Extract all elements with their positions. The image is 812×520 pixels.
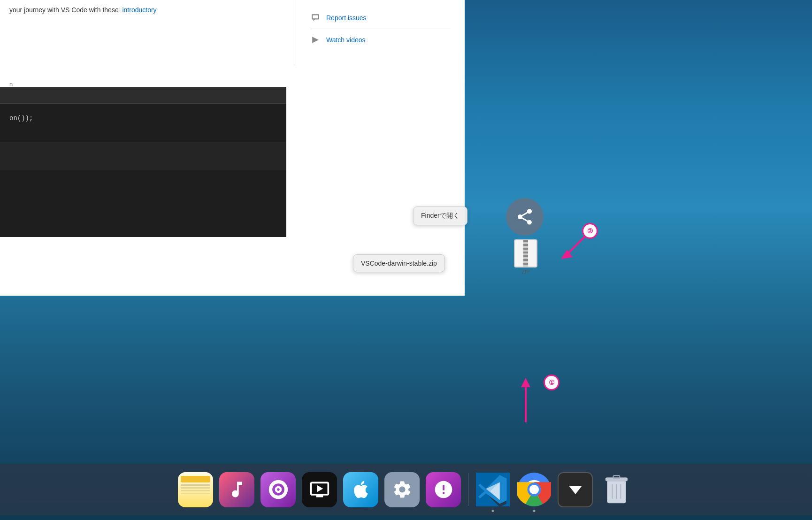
introductory-link[interactable]: introductory [122, 6, 156, 14]
dock-item-feedback[interactable] [425, 471, 462, 508]
finder-tooltip: Finderで開く [413, 206, 467, 225]
play-icon [310, 35, 321, 45]
zip-tooltip-text: VSCode-darwin-stable.zip [361, 260, 437, 267]
svg-marker-10 [569, 486, 582, 494]
svg-point-9 [529, 485, 538, 494]
badge-two: ② [582, 223, 598, 239]
badge-one-text: ① [549, 379, 555, 386]
code-editor[interactable]: on()); [0, 87, 286, 237]
dock-item-sysprefs[interactable] [383, 471, 421, 508]
welcome-panel: your journey with VS Code with these int… [0, 0, 296, 296]
vscode-window: your journey with VS Code with these int… [0, 0, 465, 296]
dock-item-downloads[interactable] [557, 471, 594, 508]
zip-file-visual [514, 239, 537, 268]
code-line-1: on()); [9, 115, 33, 122]
share-button[interactable] [506, 198, 544, 236]
badge-two-text: ② [587, 227, 593, 235]
dock-item-appletv[interactable] [301, 471, 338, 508]
zip-file-icon[interactable]: ZIP [512, 239, 540, 277]
dock-item-music[interactable] [218, 471, 256, 508]
dock-separator [468, 473, 468, 506]
code-content: on()); [0, 104, 286, 133]
watch-videos-item[interactable]: Watch videos [310, 29, 451, 51]
dock-item-appstore[interactable] [342, 471, 380, 508]
dock-item-vscode[interactable] [474, 471, 512, 508]
finder-tooltip-text: Finderで開く [421, 212, 460, 219]
dock-item-podcasts[interactable] [260, 471, 297, 508]
dock-item-notes[interactable] [177, 471, 214, 508]
desktop: your journey with VS Code with these int… [0, 0, 812, 520]
chrome-running-dot [533, 510, 535, 512]
welcome-text-partial: your journey with VS Code with these [9, 6, 119, 14]
zip-label: ZIP [521, 269, 529, 275]
zip-zipper [523, 240, 528, 267]
comment-icon [310, 13, 321, 23]
watch-videos-label: Watch videos [326, 36, 366, 44]
report-issues-label: Report issues [326, 14, 367, 22]
badge-one: ① [544, 375, 559, 390]
vscode-running-dot [491, 510, 494, 512]
dock [0, 464, 812, 515]
welcome-text: your journey with VS Code with these int… [9, 5, 286, 15]
arrow-1 [512, 375, 544, 432]
code-dim-area [0, 142, 286, 170]
svg-marker-1 [521, 378, 530, 387]
report-issues-item[interactable]: Report issues [310, 7, 451, 29]
zip-tooltip: VSCode-darwin-stable.zip [353, 254, 445, 272]
editor-tab-bar [0, 87, 286, 104]
dock-item-trash[interactable] [598, 471, 636, 508]
help-panel: Report issues Watch videos [296, 0, 465, 66]
dock-item-chrome[interactable] [515, 471, 553, 508]
